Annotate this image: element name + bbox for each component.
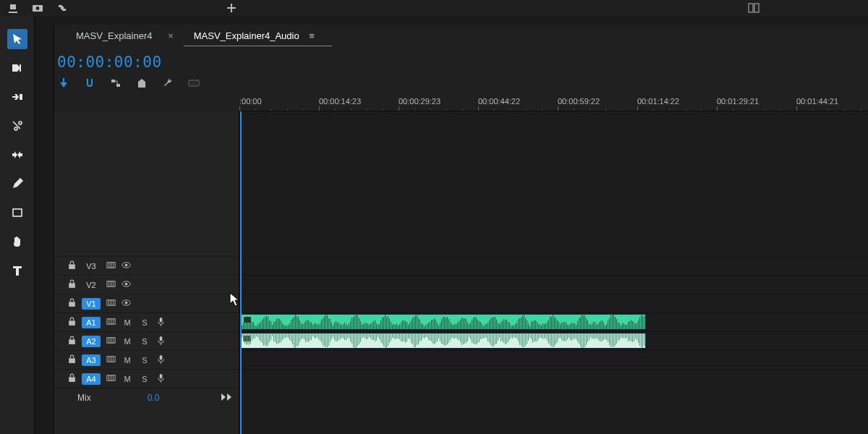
caption-icon[interactable]: CC [187,77,200,90]
video-track-header[interactable]: V3 [54,256,239,275]
eye-icon[interactable] [122,279,131,290]
svg-rect-41 [160,336,163,341]
svg-rect-9 [69,264,75,269]
track-lane[interactable] [239,350,868,369]
lock-icon[interactable] [67,279,76,290]
sequence-tab[interactable]: MASV_Explainer4 × [66,26,184,46]
sync-lock-icon[interactable] [106,354,116,365]
lock-icon[interactable] [67,298,76,309]
close-icon[interactable]: × [168,30,174,41]
track-select-forward-tool[interactable] [7,58,27,78]
sync-lock-icon[interactable] [106,260,116,271]
track-label[interactable]: V1 [82,298,101,310]
settings-wrench-icon[interactable] [161,77,174,90]
playhead[interactable] [240,111,242,434]
audio-track-header[interactable]: A1 M S [54,312,239,331]
track-label[interactable]: A4 [82,373,101,385]
ruler-mark: 00:00:59:22 [558,97,600,106]
mute-toggle[interactable]: M [122,375,133,383]
track-label[interactable]: V2 [82,279,101,291]
mute-toggle[interactable]: M [122,337,133,346]
selection-tool[interactable] [7,29,27,49]
workspace-layout-icon[interactable] [748,2,760,14]
sync-lock-icon[interactable] [106,279,116,290]
track-lane[interactable] [239,369,868,388]
eye-icon[interactable] [122,298,131,309]
voiceover-icon[interactable] [156,317,166,328]
link-icon[interactable] [56,2,68,14]
current-timecode[interactable]: 00:00:00:00 [57,54,162,71]
mix-value[interactable]: 0.0 [148,393,160,403]
mute-toggle[interactable]: M [122,356,133,365]
timeline-panel: MASV_Explainer4 × MASV_Explainer4_Audio … [35,16,868,434]
svg-text:CC: CC [191,81,197,85]
ripple-edit-tool[interactable] [7,87,27,107]
timeline-lanes[interactable] [239,111,868,434]
sync-lock-icon[interactable] [106,317,116,328]
tab-menu-icon[interactable]: ≡ [309,30,315,41]
solo-toggle[interactable]: S [139,375,150,383]
audio-clip[interactable] [241,314,646,330]
insert-icon[interactable] [57,77,70,90]
mute-toggle[interactable]: M [122,318,133,327]
audio-track-header[interactable]: A2 M S [54,331,239,350]
svg-rect-53 [160,374,163,379]
ruler-mark: 00:01:14:22 [637,97,679,106]
mix-track-header[interactable]: Mix 0.0 [54,388,239,407]
track-label[interactable]: V3 [82,260,101,272]
solo-toggle[interactable]: S [139,318,150,327]
lock-icon[interactable] [67,260,76,271]
top-toolbar [0,0,868,16]
svg-rect-16 [69,283,75,288]
audio-clip[interactable] [241,333,646,349]
tools-toolbar [0,16,35,434]
ruler-mark: :00:00 [239,97,262,106]
ruler-mark: 00:01:44:21 [796,97,838,106]
hand-tool[interactable] [7,231,27,252]
audio-track-header[interactable]: A3 M S [54,350,239,369]
linked-selection-icon[interactable] [109,77,122,90]
pen-tool[interactable] [7,174,27,194]
solo-toggle[interactable]: S [139,356,150,365]
track-lane[interactable] [239,294,868,312]
track-label[interactable]: A3 [82,354,101,366]
audio-track-header[interactable]: A4 M S [54,369,239,388]
razor-tool[interactable] [7,116,27,136]
voiceover-icon[interactable] [156,336,166,346]
svg-point-29 [125,302,128,305]
eye-icon[interactable] [122,260,131,271]
slip-tool[interactable] [7,145,27,165]
cursor-icon [229,292,239,307]
lock-icon[interactable] [67,373,76,384]
type-tool[interactable] [7,260,27,281]
voiceover-icon[interactable] [156,373,166,384]
track-lane[interactable] [239,275,868,294]
lock-icon[interactable] [67,336,76,346]
lock-icon[interactable] [67,354,76,365]
mix-label: Mix [77,393,91,403]
export-icon[interactable] [7,2,19,14]
svg-rect-35 [160,318,163,323]
tab-label: MASV_Explainer4_Audio [194,30,299,41]
sync-lock-icon[interactable] [106,373,116,384]
sync-lock-icon[interactable] [106,336,116,346]
sequence-tab[interactable]: MASV_Explainer4_Audio ≡ [184,26,325,46]
output-icon[interactable] [221,393,231,403]
solo-toggle[interactable]: S [139,337,150,346]
video-track-header[interactable]: V2 [54,275,239,294]
sync-lock-icon[interactable] [106,298,116,309]
voiceover-icon[interactable] [156,354,166,365]
svg-rect-4 [13,209,22,216]
track-label[interactable]: A2 [82,336,101,347]
svg-rect-23 [69,302,75,307]
add-icon[interactable] [226,2,237,14]
lock-icon[interactable] [67,317,76,328]
time-ruler[interactable]: :00:0000:00:14:2300:00:29:2300:00:44:220… [239,94,868,111]
video-track-header[interactable]: V1 [54,294,239,312]
marker-icon[interactable] [135,77,148,90]
rectangle-tool[interactable] [7,203,27,223]
track-label[interactable]: A1 [82,317,101,328]
snap-icon[interactable] [83,77,96,90]
track-lane[interactable] [239,256,868,275]
snapshot-icon[interactable] [32,2,43,14]
